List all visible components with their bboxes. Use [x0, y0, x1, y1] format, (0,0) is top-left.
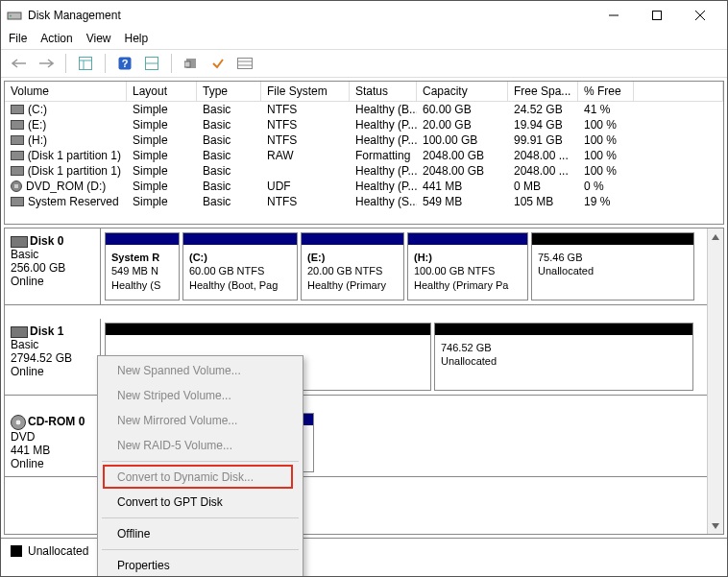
minimize-button[interactable] [592, 2, 635, 29]
scroll-down-icon[interactable] [708, 517, 723, 534]
menu-help[interactable]: Help [125, 32, 149, 47]
panel-icon[interactable] [75, 53, 96, 74]
disk-info[interactable]: Disk 1Basic2794.52 GBOnline [5, 319, 101, 395]
table-row[interactable]: (E:)SimpleBasicNTFSHealthy (P...20.00 GB… [5, 117, 723, 132]
partition-body: (H:)100.00 GB NTFSHealthy (Primary Pa [408, 245, 527, 300]
col-filesystem[interactable]: File System [261, 82, 350, 101]
forward-button[interactable] [36, 53, 57, 74]
svg-rect-14 [184, 61, 190, 67]
partition[interactable]: 746.52 GBUnallocated [434, 323, 693, 391]
table-row[interactable]: DVD_ROM (D:)SimpleBasicUDFHealthy (P...4… [5, 179, 723, 194]
col-layout[interactable]: Layout [127, 82, 197, 101]
volume-name: DVD_ROM (D:) [26, 180, 106, 193]
disk-info[interactable]: CD-ROM 0DVD441 MBOnline [5, 409, 101, 476]
volume-name: (Disk 1 partition 1) [28, 149, 121, 162]
disk-state: Online [11, 457, 94, 470]
volume-icon [11, 166, 24, 176]
window-title: Disk Management [28, 9, 592, 22]
table-row[interactable]: (C:)SimpleBasicNTFSHealthy (B...60.00 GB… [5, 102, 723, 117]
scroll-up-icon[interactable] [708, 228, 723, 245]
partition-bar [183, 233, 297, 245]
list-icon[interactable] [234, 53, 255, 74]
vertical-scrollbar[interactable] [707, 228, 723, 534]
menu-action[interactable]: Action [40, 32, 72, 47]
svg-point-1 [10, 15, 12, 17]
svg-rect-3 [652, 12, 661, 20]
disk-label: CD-ROM 0 [28, 415, 85, 428]
volume-name: System Reserved [28, 195, 119, 208]
partition-bar [106, 233, 179, 245]
partition[interactable]: (E:)20.00 GB NTFSHealthy (Primary [301, 232, 404, 301]
table-row[interactable]: (H:)SimpleBasicNTFSHealthy (P...100.00 G… [5, 132, 723, 148]
partition[interactable]: (C:)60.00 GB NTFSHealthy (Boot, Pag [182, 232, 298, 301]
maximize-button[interactable] [635, 2, 678, 29]
cell-free: 105 MB [508, 194, 578, 209]
disk-size: 2794.52 GB [11, 351, 94, 365]
disk-info[interactable]: Disk 0Basic256.00 GBOnline [5, 228, 101, 304]
disk-icon [11, 236, 28, 248]
cell-status: Healthy (S... [350, 194, 417, 209]
cell-type: Basic [197, 132, 261, 148]
cell-layout: Simple [127, 148, 197, 163]
disk-row[interactable]: Disk 0Basic256.00 GBOnlineSystem R549 MB… [5, 228, 707, 305]
menu-convert-gpt[interactable]: Convert to GPT Disk [100, 490, 301, 515]
disk-label: Disk 0 [30, 234, 63, 248]
table-row[interactable]: (Disk 1 partition 1)SimpleBasicHealthy (… [5, 163, 723, 179]
col-free[interactable]: Free Spa... [508, 82, 578, 101]
partition-body: (E:)20.00 GB NTFSHealthy (Primary [302, 245, 403, 300]
svg-text:?: ? [122, 58, 129, 69]
cell-status: Healthy (P... [350, 179, 417, 194]
cell-capacity: 549 MB [417, 194, 508, 209]
toolbar-sep [105, 54, 106, 73]
partitions: System R549 MB NHealthy (S(C:)60.00 GB N… [101, 228, 707, 304]
disk-state: Online [11, 275, 94, 288]
menu-properties[interactable]: Properties [100, 553, 301, 577]
cell-fs: RAW [261, 148, 350, 163]
table-row[interactable]: (Disk 1 partition 1)SimpleBasicRAWFormat… [5, 148, 723, 163]
cell-type: Basic [197, 179, 261, 194]
legend-swatch-unallocated [11, 545, 22, 557]
volume-icon [11, 197, 24, 206]
cell-fs: NTFS [261, 194, 350, 209]
col-capacity[interactable]: Capacity [417, 82, 508, 101]
svg-rect-6 [80, 58, 92, 70]
table-header: Volume Layout Type File System Status Ca… [5, 82, 723, 102]
help-icon[interactable]: ? [114, 53, 135, 74]
menu-file[interactable]: File [9, 32, 27, 47]
partition-bar [302, 233, 403, 245]
col-type[interactable]: Type [197, 82, 261, 101]
close-button[interactable] [678, 2, 721, 29]
col-status[interactable]: Status [350, 82, 417, 101]
col-volume[interactable]: Volume [5, 82, 127, 101]
panel2-icon[interactable] [141, 53, 162, 74]
cell-capacity: 60.00 GB [417, 102, 508, 117]
partition[interactable]: (H:)100.00 GB NTFSHealthy (Primary Pa [407, 232, 528, 301]
cell-layout: Simple [127, 102, 197, 117]
partition-bar [408, 233, 527, 245]
disk-type: Basic [11, 248, 94, 261]
cell-pfree: 19 % [578, 194, 634, 209]
cell-fs [261, 163, 350, 179]
cell-free: 19.94 GB [508, 117, 578, 132]
cell-free: 0 MB [508, 179, 578, 194]
cell-pfree: 100 % [578, 148, 634, 163]
cell-capacity: 100.00 GB [417, 132, 508, 148]
check-icon[interactable] [207, 53, 229, 74]
cell-capacity: 20.00 GB [417, 117, 508, 132]
partition[interactable]: System R549 MB NHealthy (S [105, 232, 180, 301]
col-pfree[interactable]: % Free [578, 82, 634, 101]
disk-state: Online [11, 365, 94, 378]
menu-view[interactable]: View [86, 32, 111, 47]
menu-offline[interactable]: Offline [100, 521, 301, 546]
volume-name: (C:) [28, 103, 47, 116]
menu-convert-dynamic: Convert to Dynamic Disk... [100, 465, 301, 490]
cell-free: 99.91 GB [508, 132, 578, 148]
back-button[interactable] [9, 53, 30, 74]
cell-status: Healthy (B... [350, 102, 417, 117]
partition[interactable]: 75.46 GBUnallocated [531, 232, 694, 301]
table-row[interactable]: System ReservedSimpleBasicNTFSHealthy (S… [5, 194, 723, 209]
settings-icon[interactable] [181, 53, 202, 74]
volume-icon [11, 135, 24, 145]
disk-size: 256.00 GB [11, 261, 94, 275]
cell-pfree: 100 % [578, 117, 634, 132]
